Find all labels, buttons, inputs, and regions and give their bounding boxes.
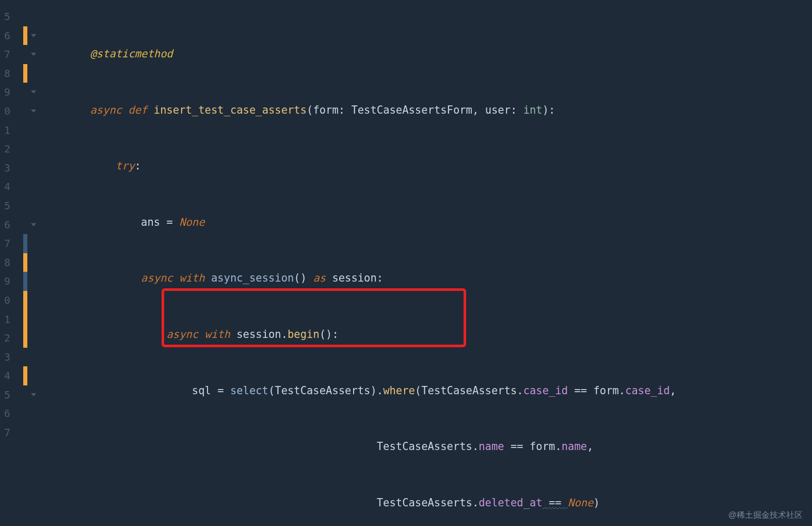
code-line[interactable]: TestCaseAsserts.deleted_at == None): [44, 493, 812, 513]
line-number: 4: [0, 366, 10, 385]
line-number: 5: [0, 196, 10, 215]
line-numbers: 56789012345678901234567: [0, 0, 10, 442]
dot: .: [281, 328, 288, 341]
line-number: 7: [0, 423, 10, 442]
code-line[interactable]: TestCaseAsserts.name == form.name,: [44, 437, 812, 456]
fold-icon[interactable]: [30, 89, 37, 95]
keyword-async: async: [166, 328, 198, 341]
op: ==: [543, 497, 568, 509]
call: select: [230, 384, 268, 397]
line-number: 2: [0, 329, 10, 348]
paren: ):: [543, 104, 555, 116]
prop: case_id: [625, 384, 670, 397]
line-number: 6: [0, 404, 10, 423]
gutter-row: [23, 329, 44, 348]
prop: deleted_at: [479, 497, 542, 509]
var: ans: [141, 216, 160, 228]
line-number: 5: [0, 7, 10, 26]
gutter-row: [23, 64, 44, 83]
op: ==: [568, 384, 593, 397]
dot: .: [619, 384, 625, 397]
type: TestCaseAsserts: [421, 384, 517, 397]
change-bar-icon: [23, 310, 27, 329]
gutter-row: [23, 385, 44, 405]
comma: ,: [670, 384, 676, 397]
watermark: @稀土掘金技术社区: [728, 510, 803, 521]
comma: ,: [472, 104, 485, 116]
gutter-row: [23, 291, 44, 310]
type: int: [523, 104, 543, 116]
keyword-async: async: [90, 104, 122, 116]
paren: (): [320, 328, 332, 341]
method: begin: [288, 328, 320, 341]
gutter-row: [23, 121, 44, 140]
line-number: 3: [0, 159, 10, 178]
keyword-def: def: [128, 104, 147, 116]
gutter-row: [23, 159, 44, 178]
paren: ): [370, 384, 376, 397]
code-line[interactable]: sql = select(TestCaseAsserts).where(Test…: [44, 381, 812, 400]
keyword-with: with: [179, 272, 204, 284]
code-line[interactable]: @staticmethod: [44, 44, 812, 64]
var: session: [332, 272, 376, 284]
gutter-row: [23, 234, 44, 253]
code-area[interactable]: @staticmethod async def insert_test_case…: [44, 0, 812, 526]
gutter: 56789012345678901234567: [0, 0, 44, 526]
decorator: @staticmethod: [90, 48, 172, 60]
prop: name: [562, 440, 587, 453]
comma: ,: [587, 440, 593, 453]
change-bar-icon: [23, 64, 27, 83]
paren: (: [415, 384, 421, 397]
line-number: 2: [0, 140, 10, 159]
colon: :: [339, 104, 352, 116]
paren: (: [307, 104, 313, 116]
fold-icon[interactable]: [30, 392, 37, 398]
code-line[interactable]: async with session.begin():: [44, 325, 812, 344]
gutter-row: [23, 348, 44, 367]
code-line[interactable]: async def insert_test_case_asserts(form:…: [44, 101, 812, 120]
var: session: [236, 328, 281, 341]
code-line[interactable]: ans = None: [44, 213, 812, 232]
change-bar-icon: [23, 366, 27, 385]
dot: .: [555, 440, 561, 453]
op: =: [160, 216, 179, 228]
keyword-async: async: [141, 272, 173, 284]
gutter-row: [23, 26, 44, 45]
dot: .: [472, 440, 479, 453]
line-number: 0: [0, 102, 10, 121]
code-line[interactable]: async with async_session() as session:: [44, 269, 812, 288]
fold-icon[interactable]: [30, 222, 37, 228]
line-number: 7: [0, 234, 10, 253]
code-line[interactable]: try:: [44, 157, 812, 176]
gutter-row: [23, 404, 44, 423]
type: TestCaseAsserts: [377, 497, 472, 509]
var: form: [530, 440, 555, 453]
var: sql: [192, 384, 211, 397]
line-number: 5: [0, 385, 10, 405]
gutter-row: [23, 272, 44, 291]
fold-icon[interactable]: [30, 108, 37, 114]
fold-icon[interactable]: [30, 51, 37, 57]
colon: :: [332, 328, 338, 341]
dot: .: [377, 384, 383, 397]
fold-icon[interactable]: [30, 33, 37, 39]
type: TestCaseAsserts: [275, 384, 370, 397]
code-editor[interactable]: 56789012345678901234567 @staticmethod as…: [0, 0, 812, 526]
paren: (): [294, 272, 307, 284]
param: form: [313, 104, 338, 116]
dot: .: [517, 384, 523, 397]
line-number: 9: [0, 272, 10, 291]
type: TestCaseAsserts: [377, 440, 472, 453]
line-number: 6: [0, 26, 10, 45]
line-number: 1: [0, 121, 10, 140]
prop: case_id: [523, 384, 568, 397]
line-number: 8: [0, 253, 10, 272]
line-number: 3: [0, 348, 10, 367]
op: ==: [504, 440, 530, 453]
none: None: [179, 216, 204, 228]
call: async_session: [211, 272, 294, 284]
change-bar-icon: [23, 291, 27, 310]
gutter-row: [23, 140, 44, 159]
line-number: 9: [0, 83, 10, 102]
gutter-row: [23, 366, 44, 385]
